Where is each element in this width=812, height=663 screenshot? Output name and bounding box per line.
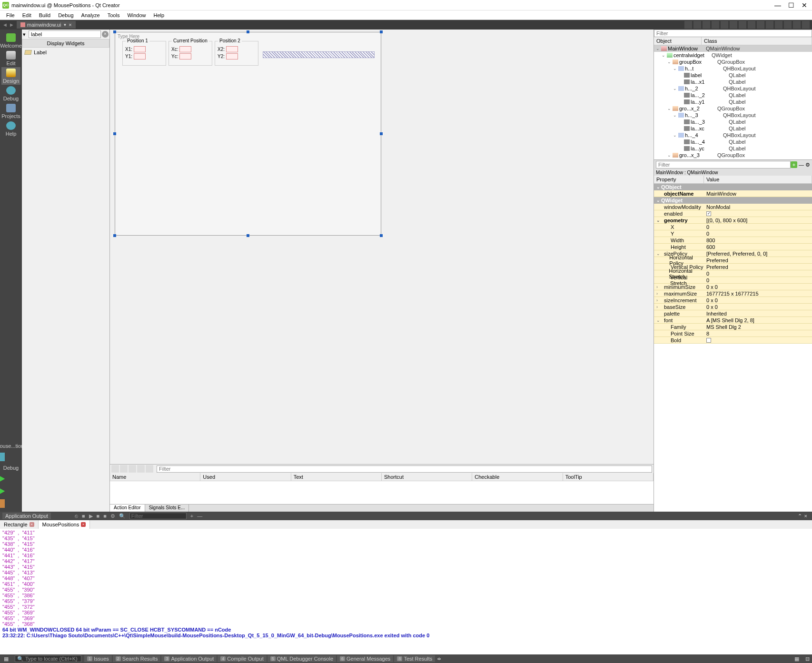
property-row[interactable]: Horizontal PolicyPreferred xyxy=(654,257,812,264)
gear-icon[interactable]: ⚙ xyxy=(110,513,115,519)
widget-category[interactable]: Display Widgets xyxy=(22,39,109,48)
menu-analyze[interactable]: Analyze xyxy=(78,11,104,19)
groupbox-position2[interactable]: Position 2 X2: Y2: xyxy=(215,41,258,66)
resize-handle[interactable] xyxy=(380,132,383,135)
toolbar-button[interactable] xyxy=(693,21,701,29)
maximize-button[interactable]: ☐ xyxy=(788,1,794,9)
chevron-down-icon[interactable]: ▼ xyxy=(63,23,67,27)
output-text[interactable]: "429" , "411""435" , "415""438" , "415""… xyxy=(0,529,812,654)
mode-design[interactable]: Design xyxy=(1,67,20,85)
minus-icon[interactable]: — xyxy=(197,513,202,519)
object-filter[interactable] xyxy=(654,30,812,37)
toolbar-button[interactable] xyxy=(739,21,746,29)
toolbar-button[interactable] xyxy=(802,21,810,29)
play-icon[interactable]: ▶ xyxy=(89,513,93,519)
property-row[interactable]: Width800 xyxy=(654,237,812,244)
property-row[interactable]: windowModalityNonModal xyxy=(654,204,812,210)
output-filter[interactable] xyxy=(129,513,187,519)
property-row[interactable]: ›baseSize0 x 0 xyxy=(654,304,812,310)
plus-icon[interactable]: + xyxy=(190,513,193,519)
property-row[interactable]: ⌄geometry[(0, 0), 800 x 600] xyxy=(654,217,812,224)
value-field[interactable] xyxy=(179,46,191,52)
col-shortcut[interactable]: Shortcut xyxy=(382,473,472,481)
object-row[interactable]: ⌄h..._3QHBoxLayout xyxy=(654,112,812,119)
menu-edit[interactable]: Edit xyxy=(19,11,35,19)
toolbar-button[interactable] xyxy=(766,21,773,29)
toggle-right-icon[interactable]: ▦ xyxy=(791,656,803,662)
object-tree[interactable]: ⌄MainWindowQMainWindow⌄centralwidgetQWid… xyxy=(654,45,812,159)
object-row[interactable]: la..._3QLabel xyxy=(654,119,812,125)
toolbar-button[interactable] xyxy=(793,21,801,29)
property-row[interactable]: enabled✓ xyxy=(654,210,812,217)
value-field[interactable] xyxy=(226,46,238,52)
object-row[interactable]: la..._2QLabel xyxy=(654,92,812,99)
resize-handle[interactable] xyxy=(247,234,249,237)
close-button[interactable]: ✕ xyxy=(802,1,807,9)
object-row[interactable]: ⌄gro...x_3QGroupBox xyxy=(654,152,812,158)
object-row[interactable]: la...ycQLabel xyxy=(654,145,812,152)
menu-debug[interactable]: Debug xyxy=(54,11,77,19)
object-row[interactable]: la...x1QLabel xyxy=(654,79,812,85)
toolbar-button[interactable] xyxy=(703,21,710,29)
property-row[interactable]: objectNameMainWindow xyxy=(654,190,812,197)
property-row[interactable]: Height600 xyxy=(654,244,812,250)
resize-handle[interactable] xyxy=(380,234,383,237)
object-row[interactable]: ⌄groupBoxQGroupBox xyxy=(654,59,812,65)
form-canvas[interactable]: Type Here Position 1 X1: Y1: Current Pos… xyxy=(115,32,381,236)
col-used[interactable]: Used xyxy=(200,473,291,481)
property-row[interactable]: FamilyMS Shell Dlg 2 xyxy=(654,324,812,330)
col-object[interactable]: Object xyxy=(654,37,702,45)
action-filter[interactable] xyxy=(157,465,652,473)
object-row[interactable]: ⌄MainWindowQMainWindow xyxy=(654,45,812,52)
groupbox-position1[interactable]: Position 1 X1: Y1: xyxy=(122,41,166,66)
mode-welcome[interactable]: Welcome xyxy=(1,32,20,49)
expand-icon[interactable]: ⌃ xyxy=(798,513,802,519)
value-field[interactable] xyxy=(179,53,191,59)
status-tab[interactable]: 8Test Results xyxy=(394,655,435,662)
menu-help[interactable]: Help xyxy=(150,11,168,19)
add-property-icon[interactable]: + xyxy=(791,161,797,168)
status-tab[interactable]: 2Search Results xyxy=(113,655,161,662)
menu-window[interactable]: Window xyxy=(123,11,149,19)
action-btn[interactable] xyxy=(129,465,136,473)
search-icon[interactable]: 🔍 xyxy=(119,513,126,519)
property-list[interactable]: ⌄QObjectobjectNameMainWindow⌄QWidgetwind… xyxy=(654,184,812,512)
status-tab[interactable]: 1Issues xyxy=(84,655,112,662)
resize-handle[interactable] xyxy=(113,132,116,135)
object-row[interactable]: la...xcQLabel xyxy=(654,125,812,132)
property-filter[interactable] xyxy=(656,161,791,168)
col-checkable[interactable]: Checkable xyxy=(472,473,563,481)
property-row[interactable]: paletteInherited xyxy=(654,310,812,317)
stop2-icon[interactable]: ■ xyxy=(97,513,100,519)
menu-build[interactable]: Build xyxy=(35,11,54,19)
widget-filter-input[interactable] xyxy=(29,30,101,38)
close-icon[interactable]: × xyxy=(30,522,34,527)
col-tooltip[interactable]: ToolTip xyxy=(563,473,654,481)
object-row[interactable]: ⌄h...tQHBoxLayout xyxy=(654,65,812,72)
toolbar-button[interactable] xyxy=(775,21,782,29)
mode-help[interactable]: Help xyxy=(1,120,20,138)
property-section[interactable]: ⌄QObject xyxy=(654,184,812,190)
toolbar-button[interactable] xyxy=(784,21,792,29)
run-icon[interactable] xyxy=(0,475,5,483)
stop-icon[interactable]: ■ xyxy=(82,513,85,519)
col-value[interactable]: Value xyxy=(704,176,812,183)
resize-handle[interactable] xyxy=(380,30,383,33)
col-class[interactable]: Class xyxy=(702,37,812,45)
remove-icon[interactable]: — xyxy=(797,162,805,168)
status-tab[interactable]: 5QML Debugger Console xyxy=(267,655,336,662)
widget-item-label[interactable]: Label xyxy=(23,49,109,56)
value-field[interactable] xyxy=(134,53,146,59)
property-row[interactable]: Bold xyxy=(654,337,812,344)
property-row[interactable]: X0 xyxy=(654,224,812,230)
tab-nav-left[interactable]: ◄ ► xyxy=(0,22,17,28)
stop3-icon[interactable]: ■ xyxy=(103,513,107,519)
locator-input[interactable]: 🔍 Type to locate (Ctrl+K) xyxy=(15,655,81,662)
attach-icon[interactable]: ⎋ xyxy=(75,513,78,519)
property-row[interactable]: ›sizeIncrement0 x 0 xyxy=(654,297,812,304)
status-tab[interactable]: 6General Messages xyxy=(337,655,393,662)
toolbar-button[interactable] xyxy=(757,21,764,29)
toolbar-button[interactable] xyxy=(748,21,755,29)
object-row[interactable]: la..._4QLabel xyxy=(654,139,812,145)
action-btn[interactable] xyxy=(137,465,145,473)
